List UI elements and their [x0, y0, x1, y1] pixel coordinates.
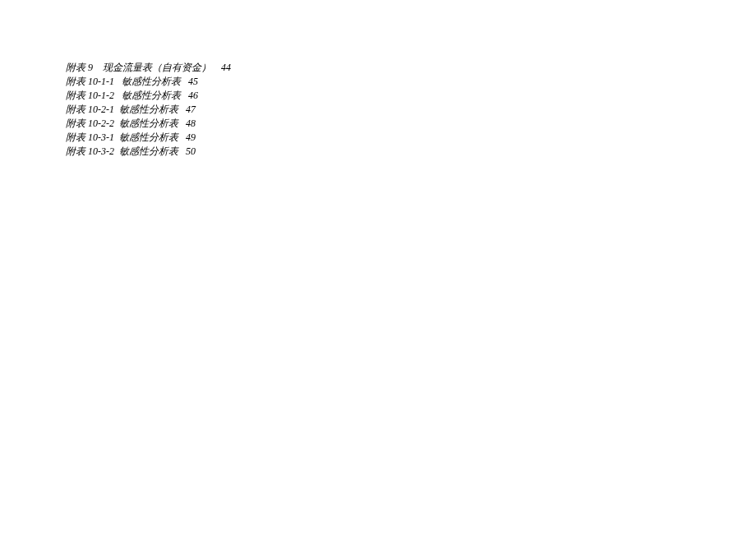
toc-entry: 附表 10-3-2 敏感性分析表 50 — [66, 145, 756, 159]
toc-entry: 附表 10-1-1 敏感性分析表 45 — [66, 75, 756, 89]
toc-entry: 附表 10-2-1 敏感性分析表 47 — [66, 103, 756, 117]
toc-entry: 附表 10-3-1 敏感性分析表 49 — [66, 131, 756, 145]
toc-entry: 附表 9 现金流量表（自有资金） 44 — [66, 61, 756, 75]
toc-entry: 附表 10-1-2 敏感性分析表 46 — [66, 89, 756, 103]
toc-list: 附表 9 现金流量表（自有资金） 44 附表 10-1-1 敏感性分析表 45 … — [66, 61, 756, 159]
toc-entry: 附表 10-2-2 敏感性分析表 48 — [66, 117, 756, 131]
